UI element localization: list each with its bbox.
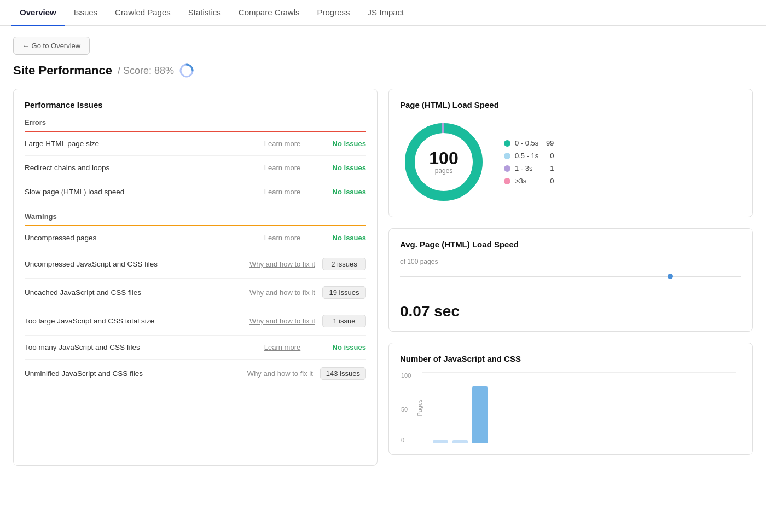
- issue-row: Too many JavaScript and CSS filesLearn m…: [25, 336, 366, 360]
- legend-dot-3: [504, 178, 510, 184]
- issue-badge[interactable]: 143 issues: [320, 367, 366, 380]
- issue-status: No issues: [322, 164, 366, 172]
- issue-status: No issues: [322, 343, 366, 351]
- legend-dot-0: [504, 140, 510, 147]
- issue-link[interactable]: Why and how to fix it: [247, 317, 318, 325]
- warnings-label: Warnings: [25, 212, 366, 221]
- issue-name: Too many JavaScript and CSS files: [25, 343, 242, 351]
- warnings-list: Uncompressed pagesLearn moreNo issuesUnc…: [25, 226, 366, 388]
- issue-row: Uncompressed pagesLearn moreNo issues: [25, 226, 366, 250]
- load-speed-card: Page (HTML) Load Speed: [388, 89, 753, 217]
- legend-item-2: 1 - 3s 1: [504, 164, 554, 172]
- issue-link[interactable]: Why and how to fix it: [247, 288, 318, 297]
- legend-dot-2: [504, 165, 510, 172]
- issue-link[interactable]: Learn more: [247, 343, 318, 351]
- issue-name: Uncompressed JavaScript and CSS files: [25, 260, 242, 268]
- nav-item-crawled-pages[interactable]: Crawled Pages: [106, 0, 179, 25]
- legend-val-1: 0: [543, 152, 554, 160]
- legend-label-1: 0.5 - 1s: [515, 152, 538, 160]
- issue-link[interactable]: Learn more: [247, 164, 318, 172]
- issue-row: Too large JavaScript and CSS total sizeW…: [25, 307, 366, 336]
- js-css-card: Number of JavaScript and CSS 100 50 0 Pa…: [388, 343, 753, 455]
- issue-badge[interactable]: 2 issues: [322, 258, 366, 270]
- issue-link[interactable]: Learn more: [247, 140, 318, 148]
- issue-name: Unminified JavaScript and CSS files: [25, 369, 240, 378]
- score-icon: [179, 63, 194, 78]
- legend-label-2: 1 - 3s: [515, 164, 533, 172]
- legend-item-1: 0.5 - 1s 0: [504, 152, 554, 160]
- avg-speed-card: Avg. Page (HTML) Load Speed of 100 pages…: [388, 228, 753, 332]
- issue-link[interactable]: Learn more: [247, 234, 318, 242]
- issue-row: Large HTML page sizeLearn moreNo issues: [25, 132, 366, 156]
- bar-chart: 100 50 0 Pages: [400, 372, 741, 443]
- score-text: / Score: 88%: [118, 65, 174, 77]
- nav-item-js-impact[interactable]: JS Impact: [359, 0, 413, 25]
- errors-label: Errors: [25, 118, 366, 126]
- issue-name: Large HTML page size: [25, 140, 242, 148]
- donut-total: 100: [429, 149, 458, 167]
- legend-dot-1: [504, 153, 510, 159]
- top-nav: OverviewIssuesCrawled PagesStatisticsCom…: [0, 0, 766, 26]
- issue-name: Uncached JavaScript and CSS files: [25, 288, 242, 297]
- issue-row: Uncached JavaScript and CSS filesWhy and…: [25, 279, 366, 307]
- nav-item-compare-crawls[interactable]: Compare Crawls: [230, 0, 309, 25]
- legend-val-3: 0: [543, 177, 554, 185]
- load-speed-title: Page (HTML) Load Speed: [400, 100, 741, 109]
- issue-badge[interactable]: 19 issues: [322, 286, 366, 299]
- errors-list: Large HTML page sizeLearn moreNo issuesR…: [25, 132, 366, 204]
- legend-label-3: >3s: [515, 177, 526, 185]
- avg-dot: [668, 274, 673, 279]
- legend-val-2: 1: [543, 164, 554, 172]
- js-css-title: Number of JavaScript and CSS: [400, 354, 741, 363]
- donut-chart: 100 pages: [400, 118, 488, 206]
- legend-item-3: >3s 0: [504, 177, 554, 185]
- avg-speed-subtitle: of 100 pages: [400, 258, 741, 265]
- issue-badge[interactable]: 1 issue: [322, 315, 366, 327]
- donut-label: pages: [429, 167, 458, 175]
- donut-legend: 0 - 0.5s 99 0.5 - 1s 0 1 - 3s 1 >3s 0: [504, 139, 554, 185]
- nav-item-progress[interactable]: Progress: [309, 0, 359, 25]
- avg-line: [400, 276, 741, 277]
- issue-name: Uncompressed pages: [25, 234, 242, 242]
- issue-name: Too large JavaScript and CSS total size: [25, 317, 242, 325]
- issue-name: Slow page (HTML) load speed: [25, 188, 242, 196]
- nav-item-issues[interactable]: Issues: [65, 0, 106, 25]
- performance-issues-card: Performance Issues Errors Large HTML pag…: [13, 89, 378, 466]
- issue-row: Slow page (HTML) load speedLearn moreNo …: [25, 180, 366, 204]
- issue-link[interactable]: Why and how to fix it: [245, 369, 316, 378]
- issue-row: Uncompressed JavaScript and CSS filesWhy…: [25, 250, 366, 279]
- bar-3: [472, 386, 488, 443]
- issue-link[interactable]: Learn more: [247, 188, 318, 196]
- legend-item-0: 0 - 0.5s 99: [504, 139, 554, 147]
- back-button[interactable]: ← Go to Overview: [13, 37, 90, 55]
- issue-link[interactable]: Why and how to fix it: [247, 260, 318, 268]
- legend-label-0: 0 - 0.5s: [515, 139, 538, 147]
- page-title: Site Performance: [13, 63, 112, 78]
- avg-speed-value: 0.07 sec: [400, 303, 741, 320]
- nav-item-overview[interactable]: Overview: [11, 0, 65, 25]
- issue-row: Redirect chains and loopsLearn moreNo is…: [25, 156, 366, 180]
- issue-row: Unminified JavaScript and CSS filesWhy a…: [25, 360, 366, 388]
- avg-speed-title: Avg. Page (HTML) Load Speed: [400, 240, 741, 249]
- issue-status: No issues: [322, 140, 366, 148]
- issues-title: Performance Issues: [25, 100, 366, 109]
- issue-name: Redirect chains and loops: [25, 164, 242, 172]
- issue-status: No issues: [322, 188, 366, 196]
- nav-item-statistics[interactable]: Statistics: [179, 0, 230, 25]
- legend-val-0: 99: [543, 139, 554, 147]
- issue-status: No issues: [322, 234, 366, 242]
